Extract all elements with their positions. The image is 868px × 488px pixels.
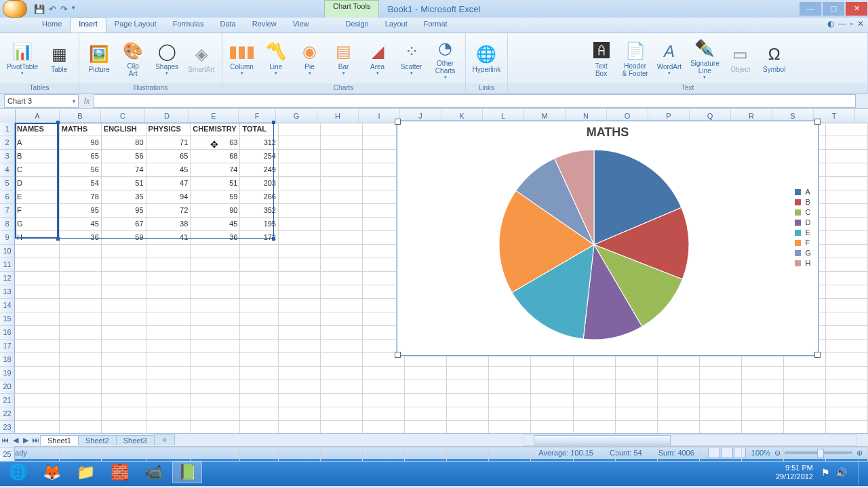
cell[interactable]: 98: [60, 136, 102, 149]
object-button[interactable]: ▭Object: [725, 42, 756, 75]
cell[interactable]: [321, 218, 363, 230]
cell[interactable]: [102, 421, 146, 434]
resize-handle[interactable]: [395, 119, 401, 125]
cell[interactable]: 94: [146, 190, 191, 203]
cell[interactable]: [574, 421, 616, 434]
column-header[interactable]: A: [16, 109, 60, 123]
tab-insert[interactable]: Insert: [70, 17, 106, 33]
cell[interactable]: [15, 353, 60, 366]
cell[interactable]: [146, 421, 191, 434]
cell[interactable]: [279, 367, 321, 380]
cell[interactable]: 56: [60, 163, 102, 176]
pivottable-button[interactable]: 📊PivotTable▾: [4, 39, 41, 77]
tray-flag-icon[interactable]: ⚑: [821, 467, 830, 478]
cell[interactable]: 71: [146, 136, 191, 149]
cell[interactable]: [616, 407, 658, 420]
cell[interactable]: [60, 367, 102, 380]
row-header[interactable]: 1: [0, 123, 15, 136]
cell[interactable]: [742, 394, 784, 407]
cell[interactable]: [60, 421, 102, 434]
cell[interactable]: [742, 367, 784, 380]
row-header[interactable]: 17: [0, 340, 15, 353]
sheet-nav-last[interactable]: ⏭: [31, 436, 41, 444]
cell[interactable]: [447, 380, 489, 393]
cell[interactable]: [279, 123, 321, 136]
cell[interactable]: [15, 394, 60, 407]
cell[interactable]: [102, 245, 146, 258]
cell[interactable]: [658, 448, 700, 461]
cell[interactable]: [240, 340, 279, 352]
tab-formulas[interactable]: Formulas: [165, 18, 212, 33]
tab-home[interactable]: Home: [34, 18, 70, 33]
cell[interactable]: [363, 380, 405, 393]
cell[interactable]: [15, 245, 60, 258]
area-chart-button[interactable]: ◢Area▾: [362, 39, 393, 77]
row-header[interactable]: 11: [0, 258, 15, 272]
cell[interactable]: [826, 407, 868, 420]
cell[interactable]: [489, 448, 531, 461]
legend-item[interactable]: G: [795, 249, 811, 257]
cell[interactable]: [279, 326, 321, 339]
cell[interactable]: [531, 380, 573, 393]
cell[interactable]: D: [15, 177, 60, 190]
cell[interactable]: [191, 380, 240, 393]
cell[interactable]: [321, 136, 363, 149]
zoom-slider[interactable]: [785, 451, 852, 454]
cell[interactable]: [102, 380, 146, 393]
cell[interactable]: 74: [102, 163, 146, 176]
cell[interactable]: [146, 245, 191, 258]
cell[interactable]: 68: [191, 150, 240, 163]
cell[interactable]: [146, 407, 191, 420]
cell[interactable]: [742, 421, 784, 434]
cell[interactable]: [321, 190, 363, 203]
bar-chart-button[interactable]: ▤Bar▾: [328, 39, 359, 77]
cell[interactable]: 172: [240, 231, 279, 244]
cell[interactable]: 312: [240, 136, 279, 149]
cell[interactable]: [191, 367, 240, 380]
resize-handle[interactable]: [395, 352, 401, 358]
formula-input[interactable]: [94, 94, 856, 108]
cell[interactable]: [321, 353, 363, 366]
cell[interactable]: [321, 272, 363, 285]
column-header[interactable]: H: [317, 109, 359, 123]
cell[interactable]: [826, 285, 868, 298]
cell[interactable]: [700, 421, 742, 434]
cell[interactable]: [700, 367, 742, 380]
cell[interactable]: [826, 448, 868, 461]
cell[interactable]: [191, 285, 240, 298]
cell[interactable]: [405, 380, 447, 393]
column-header[interactable]: G: [276, 109, 317, 123]
cell[interactable]: [240, 258, 279, 271]
cell[interactable]: [405, 407, 447, 420]
row-header[interactable]: 13: [0, 285, 15, 299]
cell[interactable]: 254: [240, 150, 279, 163]
cell[interactable]: [405, 394, 447, 407]
cell[interactable]: [146, 394, 191, 407]
cell[interactable]: [279, 272, 321, 285]
cell[interactable]: [146, 367, 191, 380]
cell[interactable]: [447, 394, 489, 407]
cell[interactable]: [405, 367, 447, 380]
cell[interactable]: [742, 380, 784, 393]
cell[interactable]: [658, 394, 700, 407]
cell[interactable]: [321, 367, 363, 380]
cell[interactable]: [700, 448, 742, 461]
wordart-button[interactable]: AWordArt▾: [654, 39, 685, 77]
row-header[interactable]: 3: [0, 150, 15, 163]
cell[interactable]: [363, 407, 405, 420]
cell[interactable]: [60, 353, 102, 366]
cell[interactable]: [405, 448, 447, 461]
cell[interactable]: [279, 285, 321, 298]
textbox-button[interactable]: 🅰Text Box: [586, 39, 617, 79]
cell[interactable]: [826, 163, 868, 176]
cell[interactable]: [279, 312, 321, 325]
cell[interactable]: B: [15, 150, 60, 163]
chart-title[interactable]: MATHS: [397, 125, 818, 140]
cell[interactable]: [321, 150, 363, 163]
taskbar-excel-icon[interactable]: 📗: [172, 462, 202, 483]
column-header[interactable]: D: [145, 109, 189, 123]
cell[interactable]: [240, 299, 279, 312]
cell[interactable]: [102, 285, 146, 298]
row-header[interactable]: 2: [0, 136, 15, 150]
cell[interactable]: 195: [240, 218, 279, 230]
